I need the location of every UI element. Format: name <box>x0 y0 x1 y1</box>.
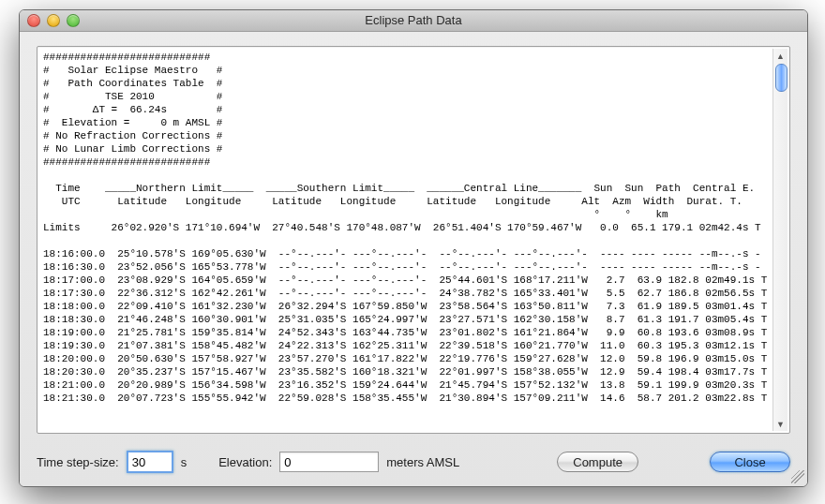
minimize-window-icon[interactable] <box>47 14 60 27</box>
close-window-icon[interactable] <box>27 14 40 27</box>
titlebar[interactable]: Eclipse Path Data <box>20 10 807 32</box>
elevation-input[interactable] <box>279 452 379 472</box>
time-step-unit: s <box>181 455 188 469</box>
scroll-up-icon[interactable]: ▲ <box>773 49 788 63</box>
window-controls <box>27 14 80 27</box>
scroll-down-icon[interactable]: ▼ <box>773 417 788 431</box>
resize-grip-icon[interactable] <box>791 470 804 483</box>
bottom-toolbar: Time step-size: s Elevation: meters AMSL… <box>20 437 807 486</box>
time-step-input[interactable] <box>127 451 173 473</box>
elevation-unit: meters AMSL <box>386 455 459 469</box>
scroll-thumb[interactable] <box>775 64 788 92</box>
data-text: ########################### # Solar Ecli… <box>39 49 773 431</box>
compute-button[interactable]: Compute <box>557 452 638 472</box>
close-button[interactable]: Close <box>710 452 790 472</box>
content-area: ########################### # Solar Ecli… <box>20 32 807 486</box>
time-step-label: Time step-size: <box>37 455 119 469</box>
data-panel: ########################### # Solar Ecli… <box>37 46 790 434</box>
vertical-scrollbar[interactable]: ▲ ▼ <box>772 49 788 431</box>
elevation-label: Elevation: <box>218 455 272 469</box>
zoom-window-icon[interactable] <box>67 14 80 27</box>
window: Eclipse Path Data ######################… <box>19 9 808 487</box>
window-title: Eclipse Path Data <box>365 13 461 27</box>
